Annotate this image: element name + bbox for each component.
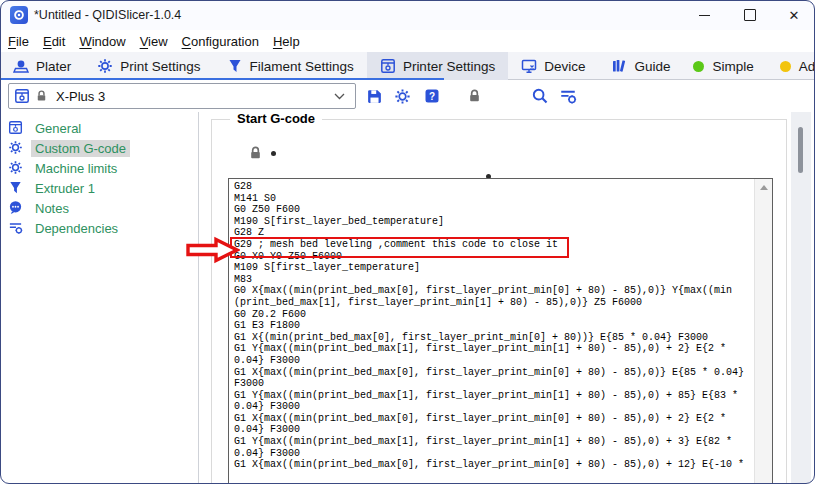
tab-printer-settings[interactable]: Printer Settings: [367, 52, 508, 80]
notes-icon: [8, 200, 24, 216]
triangle-up-icon: [760, 185, 768, 190]
maximize-button[interactable]: [733, 0, 767, 30]
menu-help[interactable]: Help: [273, 34, 300, 49]
mode-label: Simple: [712, 59, 753, 74]
compare-settings-icon: [559, 87, 577, 105]
gcode-line: 0.04} F3000: [234, 355, 754, 367]
top-tab-bar: Plater Print Settings Filament Settings …: [0, 52, 815, 80]
tab-label: Plater: [36, 59, 71, 74]
highlight-annotation-box: [230, 237, 569, 258]
tab-guide[interactable]: Guide: [598, 52, 683, 80]
gcode-line: G1 X{max((min(print_bed_max[0], first_la…: [234, 413, 754, 425]
gcode-line: G0 Z50 F600: [234, 204, 754, 216]
gcode-line: G28: [234, 181, 754, 193]
sidebar-item-machine-limits[interactable]: Machine limits: [0, 158, 198, 178]
tab-print-settings[interactable]: Print Settings: [84, 52, 213, 80]
gear-icon: [8, 140, 24, 156]
page-scrollbar-thumb[interactable]: [798, 127, 803, 173]
textarea-scrollbar[interactable]: [754, 179, 772, 483]
help-book-icon: ?: [424, 88, 440, 104]
sidebar-item-general[interactable]: General: [0, 118, 198, 138]
mode-advanced[interactable]: Advanced: [770, 59, 815, 74]
tab-device[interactable]: Device: [508, 52, 598, 80]
gcode-line: 0.04} F3000: [234, 448, 754, 460]
tab-filament-settings[interactable]: Filament Settings: [214, 52, 367, 80]
start-gcode-textarea[interactable]: G28M141 S0G0 Z50 F600M190 S[first_layer_…: [228, 178, 773, 484]
advanced-mode-dot-icon: [780, 61, 791, 72]
help-button[interactable]: ?: [422, 86, 442, 106]
sidebar-item-label: General: [31, 120, 85, 137]
settings-category-sidebar: General Custom G-code Machine limits Ext…: [0, 112, 199, 484]
gcode-line: M190 S[first_layer_bed_temperature]: [234, 216, 754, 228]
search-button[interactable]: [530, 86, 550, 106]
sidebar-item-notes[interactable]: Notes: [0, 198, 198, 218]
lock-icon: [467, 88, 482, 104]
section-title: Start G-code: [230, 111, 322, 126]
gcode-line: M109 S[first_layer_temperature]: [234, 262, 754, 274]
plater-icon: [13, 58, 29, 74]
mode-label: Advanced: [799, 59, 815, 74]
gcode-line: M83: [234, 274, 754, 286]
title-bar: *Untitled - QIDISlicer-1.0.4 ✕: [0, 0, 815, 30]
gcode-line: G0 Z0.2 F600: [234, 309, 754, 321]
save-icon: [366, 88, 383, 105]
sidebar-item-label: Notes: [31, 200, 73, 217]
device-icon: [521, 58, 537, 74]
sidebar-item-custom-gcode[interactable]: Custom G-code: [0, 138, 198, 158]
svg-text:?: ?: [429, 91, 435, 102]
selected-tab-underline: [0, 78, 444, 81]
menu-window[interactable]: Window: [79, 34, 125, 49]
menu-configuration[interactable]: Configuration: [182, 34, 259, 49]
tab-plater[interactable]: Plater: [0, 52, 84, 80]
gcode-line: (print_bed_max[1], first_layer_print_min…: [234, 297, 754, 309]
sidebar-item-dependencies[interactable]: Dependencies: [0, 218, 198, 238]
simple-mode-dot-icon: [693, 61, 704, 72]
gcode-line: G1 X{(min(print_bed_max[0], first_layer_…: [234, 332, 754, 344]
sidebar-item-label: Dependencies: [31, 220, 122, 237]
printer-icon: [8, 120, 24, 136]
compare-settings-button[interactable]: [558, 86, 578, 106]
gcode-line: M141 S0: [234, 193, 754, 205]
gcode-line: G0 X{max((min(print_bed_max[0], first_la…: [234, 285, 754, 297]
sidebar-item-label: Machine limits: [31, 160, 121, 177]
dependencies-icon: [8, 220, 24, 236]
gcode-line: 0.04} F3000: [234, 401, 754, 413]
preset-settings-button[interactable]: [392, 86, 412, 106]
menu-view[interactable]: View: [140, 34, 168, 49]
gear-icon: [394, 88, 411, 105]
preset-value: X-Plus 3: [56, 89, 105, 104]
extruder-icon: [8, 180, 24, 196]
lock-settings-button[interactable]: [464, 86, 484, 106]
mode-simple[interactable]: Simple: [683, 59, 763, 74]
lock-icon: [35, 89, 48, 103]
close-icon: ✕: [789, 8, 800, 23]
setting-indicator-dot: [271, 151, 276, 156]
tab-label: Device: [544, 59, 585, 74]
menu-file[interactable]: File: [8, 34, 29, 49]
maximize-icon: [744, 9, 756, 21]
guide-icon: [611, 58, 627, 74]
tab-label: Printer Settings: [403, 59, 495, 74]
printer-icon: [14, 88, 30, 104]
printer-icon: [380, 58, 396, 74]
gcode-line: 0.04} F3000: [234, 424, 754, 436]
printer-preset-combobox[interactable]: X-Plus 3: [8, 83, 356, 109]
menu-edit[interactable]: Edit: [43, 34, 65, 49]
chevron-down-icon: [334, 93, 345, 100]
sidebar-item-label: Custom G-code: [31, 140, 130, 157]
minimize-icon: [699, 15, 710, 16]
lock-icon[interactable]: [248, 145, 263, 161]
gcode-line: G1 E3 F1800: [234, 320, 754, 332]
close-button[interactable]: ✕: [777, 0, 811, 30]
gear-icon: [97, 58, 113, 74]
page-scrollbar[interactable]: [791, 112, 811, 483]
menu-bar: FileEditWindowViewConfigurationHelp: [0, 30, 815, 52]
preset-toolbar: X-Plus 3 ?: [0, 80, 815, 112]
app-logo-icon: [10, 6, 28, 24]
scroll-up-button[interactable]: [755, 179, 772, 195]
minimize-button[interactable]: [687, 0, 721, 30]
filament-icon: [227, 58, 243, 74]
sidebar-item-label: Extruder 1: [31, 180, 99, 197]
sidebar-item-extruder-1[interactable]: Extruder 1: [0, 178, 198, 198]
save-preset-button[interactable]: [364, 86, 384, 106]
